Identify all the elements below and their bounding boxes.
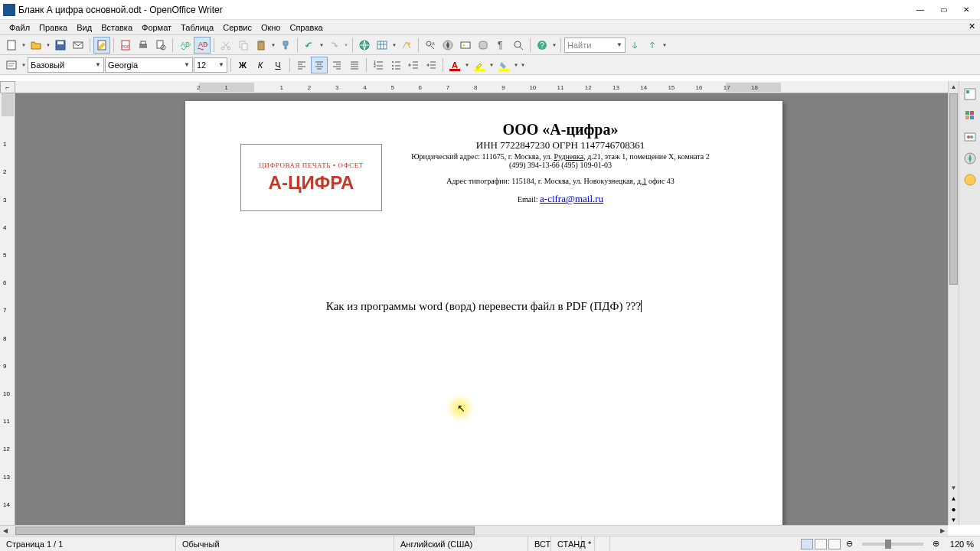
horizontal-ruler[interactable]: 12345678910111213141516171812 xyxy=(15,81,948,93)
zoom-out-button[interactable]: ⊖ xyxy=(846,539,853,549)
data-sources-button[interactable] xyxy=(475,37,492,54)
new-dropdown[interactable]: ▼ xyxy=(21,43,27,47)
document-body[interactable]: Как из программы word (ворд) перевести ф… xyxy=(240,300,727,313)
highlight-dropdown[interactable]: ▼ xyxy=(488,63,495,67)
prev-page-button[interactable]: ▲ xyxy=(949,493,959,504)
italic-button[interactable]: К xyxy=(252,57,269,73)
export-pdf-button[interactable]: PDF xyxy=(117,37,134,54)
menu-help[interactable]: Справка xyxy=(285,21,327,34)
increase-indent-button[interactable] xyxy=(423,57,439,73)
hyperlink-button[interactable] xyxy=(356,37,373,54)
justify-button[interactable] xyxy=(346,57,363,73)
maximize-button[interactable]: ▭ xyxy=(933,2,954,18)
status-language[interactable]: Английский (США) xyxy=(394,536,528,551)
bullet-list-button[interactable] xyxy=(387,57,404,73)
menu-file[interactable]: Файл xyxy=(5,21,34,34)
styles-dropdown-arrow[interactable]: ▼ xyxy=(21,63,27,67)
scroll-right-button[interactable]: ▶ xyxy=(937,526,948,536)
status-zoom[interactable]: 120 % xyxy=(944,536,980,551)
paste-button[interactable] xyxy=(253,37,270,54)
bg-color-dropdown[interactable]: ▼ xyxy=(513,63,519,67)
menu-view[interactable]: Вид xyxy=(72,21,96,34)
menu-edit[interactable]: Правка xyxy=(34,21,72,34)
menu-tools[interactable]: Сервис xyxy=(218,21,256,34)
decrease-indent-button[interactable] xyxy=(405,57,422,73)
paste-dropdown[interactable]: ▼ xyxy=(270,43,276,47)
font-size-combo[interactable]: 12▼ xyxy=(194,57,227,73)
auto-spellcheck-button[interactable]: ABC xyxy=(194,37,211,54)
view-single-button[interactable] xyxy=(801,539,813,549)
close-document-button[interactable]: ✕ xyxy=(969,21,975,31)
show-draw-button[interactable] xyxy=(398,37,415,54)
bold-button[interactable]: Ж xyxy=(234,57,251,73)
find-prev-button[interactable] xyxy=(644,37,661,54)
status-insert[interactable]: ВСТ xyxy=(528,536,551,551)
view-multi-button[interactable] xyxy=(815,539,827,549)
ruler-corner[interactable]: ⌐ xyxy=(0,81,15,93)
font-name-combo[interactable]: Georgia▼ xyxy=(105,57,193,73)
open-dropdown[interactable]: ▼ xyxy=(45,43,51,47)
email-button[interactable] xyxy=(70,37,87,54)
align-left-button[interactable] xyxy=(293,57,310,73)
align-center-button[interactable] xyxy=(311,57,328,73)
numbered-list-button[interactable]: 12 xyxy=(370,57,387,73)
navigator-button[interactable] xyxy=(439,37,456,54)
help-dropdown[interactable]: ▼ xyxy=(551,43,557,47)
menu-format[interactable]: Формат xyxy=(137,21,176,34)
scroll-left-button[interactable]: ◀ xyxy=(0,526,11,536)
sidebar-gallery-button[interactable] xyxy=(962,129,978,145)
vertical-scrollbar[interactable]: ▲ ▼ ▲ ● ▼ xyxy=(948,81,959,525)
help-button[interactable]: ? xyxy=(534,37,550,54)
page[interactable]: ЦИФРОВАЯ ПЕЧАТЬ•ОФСЕТ А-ЦИФРА ООО «А-циф… xyxy=(185,101,782,525)
close-button[interactable]: ✕ xyxy=(956,2,977,18)
menu-insert[interactable]: Вставка xyxy=(96,21,137,34)
para-style-combo[interactable]: Базовый▼ xyxy=(28,57,104,73)
status-signature[interactable] xyxy=(595,536,610,551)
hscroll-thumb[interactable] xyxy=(15,527,475,535)
bg-color-button[interactable] xyxy=(495,57,512,73)
styles-button[interactable] xyxy=(3,57,20,73)
format-toolbar-overflow[interactable]: ▼ xyxy=(520,63,526,67)
toolbar-overflow[interactable]: ▼ xyxy=(662,43,668,47)
underline-button[interactable]: Ч xyxy=(270,57,286,73)
copy-button[interactable] xyxy=(235,37,252,54)
undo-dropdown[interactable]: ▼ xyxy=(318,43,325,47)
zoom-button[interactable] xyxy=(510,37,527,54)
sidebar-navigator-button[interactable] xyxy=(962,150,978,167)
status-selection[interactable]: СТАНД xyxy=(551,536,582,551)
nonprinting-chars-button[interactable]: ¶ xyxy=(492,37,509,54)
edit-mode-button[interactable] xyxy=(93,37,110,54)
table-button[interactable] xyxy=(374,37,390,54)
find-replace-button[interactable]: A xyxy=(422,37,439,54)
redo-button[interactable] xyxy=(325,37,342,54)
minimize-button[interactable]: — xyxy=(910,2,931,18)
new-button[interactable] xyxy=(3,37,20,54)
undo-button[interactable] xyxy=(301,37,318,54)
spellcheck-button[interactable]: ABC xyxy=(176,37,193,54)
font-color-dropdown[interactable]: ▼ xyxy=(464,63,470,67)
zoom-in-button[interactable]: ⊕ xyxy=(933,539,939,549)
cut-button[interactable] xyxy=(217,37,234,54)
font-color-button[interactable]: A xyxy=(446,57,463,73)
format-paintbrush-button[interactable] xyxy=(277,37,294,54)
gallery-button[interactable] xyxy=(457,37,474,54)
email-link[interactable]: a-cifra@mail.ru xyxy=(540,193,603,204)
vscroll-thumb[interactable] xyxy=(949,93,958,285)
menu-table[interactable]: Таблица xyxy=(176,21,218,34)
scroll-down-button[interactable]: ▼ xyxy=(949,482,959,493)
sidebar-properties-button[interactable] xyxy=(962,86,978,103)
horizontal-scrollbar[interactable]: ◀ ▶ xyxy=(0,525,948,536)
status-style[interactable]: Обычный xyxy=(176,536,394,551)
document-area[interactable]: ЦИФРОВАЯ ПЕЧАТЬ•ОФСЕТ А-ЦИФРА ООО «А-циф… xyxy=(15,93,948,525)
sidebar-styles-button[interactable] xyxy=(962,107,978,124)
scroll-up-button[interactable]: ▲ xyxy=(949,81,959,92)
redo-dropdown[interactable]: ▼ xyxy=(343,43,349,47)
print-preview-button[interactable] xyxy=(152,37,169,54)
status-page[interactable]: Страница 1 / 1 xyxy=(0,536,176,551)
print-button[interactable] xyxy=(135,37,152,54)
open-button[interactable] xyxy=(28,37,44,54)
align-right-button[interactable] xyxy=(328,57,345,73)
vertical-ruler[interactable]: 1234567891011121314 xyxy=(0,93,15,525)
zoom-slider[interactable] xyxy=(862,543,923,546)
status-modified[interactable]: * xyxy=(582,536,595,551)
